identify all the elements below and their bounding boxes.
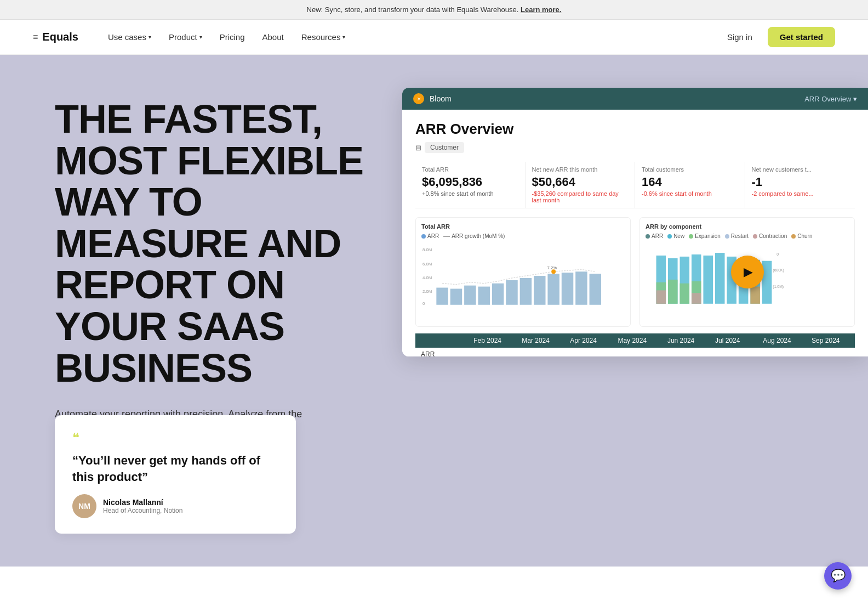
svg-rect-35 [762, 261, 772, 304]
svg-rect-11 [520, 278, 532, 305]
nav-about-label: About [262, 32, 284, 42]
legend-contraction: Contraction [753, 233, 787, 239]
announcement-link[interactable]: Learn more. [521, 5, 561, 14]
nav-product-label: Product [169, 32, 197, 42]
metric-label-1: Net new ARR this month [532, 166, 629, 173]
svg-rect-21 [656, 290, 666, 303]
table-row-arr: ARR [415, 348, 855, 356]
legend-dot-growth [443, 236, 450, 237]
table-header-feb: Feb 2024 [468, 333, 516, 348]
table-header-jul: Jul 2024 [710, 333, 757, 348]
nav-resources-label: Resources [301, 32, 341, 42]
nav-links: Use cases ▾ Product ▾ Pricing About Reso… [100, 28, 721, 46]
metric-change-0: +0.8% since start of month [422, 190, 518, 197]
svg-text:7.2%: 7.2% [547, 265, 557, 270]
legend-dot-restart [725, 234, 729, 239]
arr-chart: Total ARR ARR ARR growth (MoM %) [415, 217, 631, 327]
dashboard-header: ☀ Bloom ARR Overview ▾ [402, 88, 868, 110]
svg-rect-30 [715, 253, 725, 304]
sign-in-button[interactable]: Sign in [721, 28, 759, 46]
author-info: Nicolas Mallanní Head of Accounting, Not… [103, 498, 182, 514]
svg-rect-23 [668, 280, 678, 304]
svg-rect-7 [464, 286, 476, 305]
chevron-down-icon: ▾ [199, 34, 202, 40]
metric-change-3: -2 compared to same... [752, 190, 849, 197]
svg-rect-16 [590, 274, 601, 305]
nav-actions: Sign in Get started [721, 27, 835, 47]
chart1-title-row: Total ARR [421, 223, 625, 230]
get-started-nav-button[interactable]: Get started [768, 27, 835, 47]
dashboard-title: ARR Overview [415, 121, 855, 138]
arr-bar-chart: 8.0M 6.0M 4.0M 2.0M 0 [421, 241, 625, 313]
table-header-sep: Sep 2024 [806, 333, 855, 348]
svg-text:(1.0M): (1.0M) [773, 285, 784, 289]
filter-icon: ⊟ [415, 144, 421, 152]
play-icon: ▶ [744, 265, 753, 279]
metric-value-2: 164 [642, 175, 738, 189]
svg-rect-15 [575, 271, 587, 305]
announcement-bar: New: Sync, store, and transform your dat… [0, 0, 868, 20]
table-header-aug: Aug 2024 [757, 333, 806, 348]
svg-rect-9 [492, 284, 504, 305]
play-button[interactable]: ▶ [731, 256, 764, 288]
svg-rect-12 [534, 276, 545, 305]
author-name: Nicolas Mallanní [103, 498, 182, 507]
logo-text: Equals [42, 31, 78, 43]
metric-net-new-customers: Net new customers t... -1 -2 compared to… [745, 162, 855, 208]
table-header-row [415, 333, 468, 348]
chevron-down-icon: ▾ [149, 34, 151, 40]
testimonial-author: NM Nicolas Mallanní Head of Accounting, … [72, 494, 278, 518]
legend-dot-contraction [753, 234, 757, 239]
nav-use-cases[interactable]: Use cases ▾ [100, 28, 159, 46]
metric-label-2: Total customers [642, 166, 738, 173]
svg-rect-25 [679, 284, 689, 304]
metric-net-new-arr: Net new ARR this month $50,664 -$35,260 … [526, 162, 636, 208]
nav-product[interactable]: Product ▾ [161, 28, 210, 46]
legend-arr-growth: ARR growth (MoM %) [443, 233, 505, 239]
svg-rect-13 [547, 274, 559, 305]
metric-value-1: $50,664 [532, 175, 629, 189]
legend-expansion: Expansion [689, 233, 721, 239]
nav-use-cases-label: Use cases [108, 32, 146, 42]
testimonial-card: ❝ “You’ll never get my hands off of this… [55, 415, 296, 533]
legend-new: New [667, 233, 684, 239]
announcement-text: New: Sync, store, and transform your dat… [307, 5, 519, 14]
arr-component-chart: ARR by component ARR New E [639, 217, 855, 327]
author-initials: NM [78, 502, 90, 511]
legend-dot-new [667, 234, 672, 239]
metric-change-2: -0.6% since start of month [642, 190, 738, 197]
filter-tag[interactable]: Customer [425, 142, 464, 153]
svg-rect-8 [478, 287, 489, 305]
metric-label-0: Total ARR [422, 166, 518, 173]
hero-section: THE FASTEST, MOST FLEXIBLE WAY TO MEASUR… [0, 55, 868, 567]
nav-resources[interactable]: Resources ▾ [294, 28, 353, 46]
metric-value-0: $6,095,836 [422, 175, 518, 189]
metric-total-customers: Total customers 164 -0.6% since start of… [635, 162, 745, 208]
bloom-icon: ☀ [413, 93, 424, 104]
svg-rect-34 [750, 287, 760, 304]
table-header-apr: Apr 2024 [564, 333, 612, 348]
metric-change-1: -$35,260 compared to same day last month [532, 190, 629, 203]
svg-text:6.0M: 6.0M [422, 262, 432, 267]
svg-text:(600K): (600K) [773, 268, 784, 273]
dashboard-preview: ☀ Bloom ARR Overview ▾ ARR Overview ⊟ Cu… [402, 88, 868, 356]
dashboard-body: ARR Overview ⊟ Customer Total ARR $6,095… [402, 110, 868, 356]
svg-text:0: 0 [776, 252, 779, 256]
chart2-legend: ARR New Expansion Restart [646, 233, 849, 239]
table-header-jun: Jun 2024 [662, 333, 710, 348]
author-avatar: NM [72, 494, 96, 518]
table-header-may: May 2024 [612, 333, 661, 348]
company-name: Bloom [430, 94, 452, 103]
metric-total-arr: Total ARR $6,095,836 +0.8% since start o… [415, 162, 526, 208]
svg-rect-10 [506, 280, 517, 305]
svg-text:8.0M: 8.0M [422, 247, 432, 252]
legend-churn: Churn [791, 233, 812, 239]
svg-rect-5 [436, 288, 448, 305]
nav-about[interactable]: About [255, 28, 292, 46]
metric-value-3: -1 [752, 175, 849, 189]
svg-rect-14 [562, 273, 573, 305]
table-cell-arr-label: ARR [415, 348, 468, 356]
logo-link[interactable]: ≡ Equals [33, 31, 78, 43]
nav-pricing[interactable]: Pricing [212, 28, 253, 46]
legend-dot-arr [421, 234, 426, 239]
